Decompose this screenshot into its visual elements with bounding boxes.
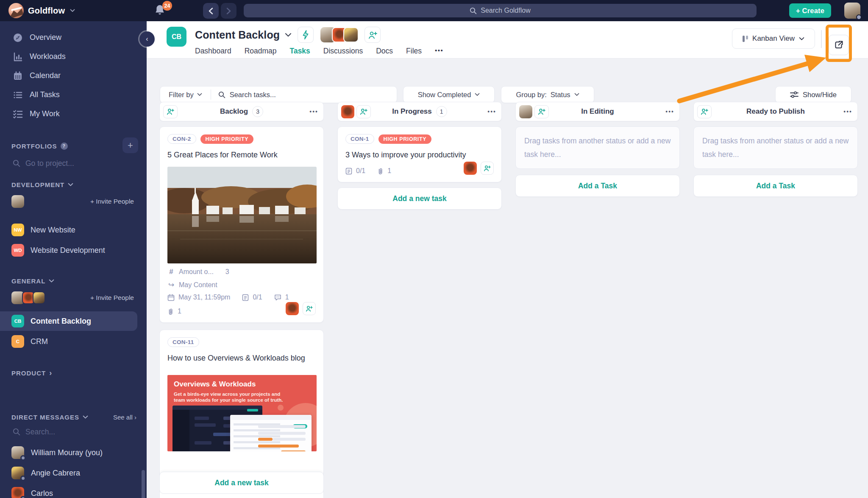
assign-column-button[interactable] [163,105,178,118]
add-new-task-button[interactable]: Add a new task [159,472,324,494]
dm-user-carlos[interactable]: Carlos [0,483,147,498]
chevron-right-icon: › [49,369,52,378]
calendar-icon [13,71,23,81]
avatar[interactable] [33,291,45,304]
workspace-switcher[interactable]: Goldflow [8,3,75,18]
show-completed-dropdown[interactable]: Show Completed [403,86,495,103]
assign-column-button[interactable] [356,105,371,118]
view-switcher-button[interactable]: Kanban View [732,28,815,49]
dm-user-william[interactable]: William Mouray (you) [0,442,147,463]
project-name: Website Development [31,246,105,255]
portfolios-header: PORTFOLIOS ? + [0,138,147,154]
sidebar-project-website-development[interactable]: WD Website Development [0,240,147,260]
product-section-header[interactable]: PRODUCT › [0,367,147,378]
column-assignee-avatar[interactable] [519,105,532,118]
create-button[interactable]: + Create [789,3,831,18]
person-add-icon [360,108,367,115]
chevron-down-icon [475,93,480,96]
sidebar-nav: Overview Workloads Calendar All Tasks [0,21,147,123]
help-icon[interactable]: ? [61,143,68,150]
global-search-input[interactable]: Search Goldflow [244,4,757,17]
sidebar-project-new-website[interactable]: NW New Website [0,220,147,240]
group-by-dropdown[interactable]: Group by: Status [501,86,594,103]
development-members-row: + Invite People [0,194,147,209]
sidebar-collapse-button[interactable]: ‹ [139,31,155,47]
task-card-con-1[interactable]: CON-1 HIGH PRIORITY 3 Ways to improve yo… [337,126,502,182]
project-badge: WD [11,244,24,257]
column-assignee-avatar[interactable] [341,105,354,118]
custom-field-value: 3 [225,268,229,276]
history-back-button[interactable] [203,3,219,19]
avatar[interactable] [11,195,24,208]
sidebar-scrollbar[interactable] [142,470,145,498]
dm-list: William Mouray (you) Angie Cabrera Carlo… [0,442,147,498]
task-card-con-2[interactable]: CON-2 HIGH PRIORITY 5 Great Places for R… [159,126,324,323]
assign-column-button[interactable] [534,105,549,118]
column-menu-button[interactable]: ••• [309,108,318,115]
column-menu-button[interactable]: ••• [665,108,674,115]
add-new-task-button[interactable]: Add a new task [337,187,502,210]
dm-search-input[interactable]: Search... [0,425,147,439]
show-hide-button[interactable]: Show/Hide [775,86,851,103]
attachments-count: 1 [387,167,391,175]
project-search-input[interactable]: Go to project... [0,156,147,171]
comment-icon [274,294,281,301]
person-add-icon [538,108,545,115]
user-avatar[interactable] [844,3,860,19]
assign-task-button[interactable] [481,162,494,175]
column-title: In Progress [392,107,432,116]
assign-column-button[interactable] [697,105,712,118]
dm-user-name: Carlos [31,489,53,498]
add-member-button[interactable] [364,27,381,43]
development-projects: NW New Website WD Website Development [0,220,147,260]
user-status-dot [856,14,862,20]
development-section-header[interactable]: DEVELOPMENT [0,179,147,190]
filter-by-dropdown[interactable]: Filter by [160,91,211,99]
dm-user-name: Angie Cabrera [31,469,80,478]
invite-people-link[interactable]: + Invite People [90,198,134,205]
task-footer-row: 0/1 1 [345,162,494,175]
person-add-icon [701,108,708,115]
sidebar-item-calendar[interactable]: Calendar [0,66,147,85]
portfolios-label: PORTFOLIOS [11,143,57,150]
checklist-icon [13,109,23,119]
person-add-icon [484,165,491,171]
sidebar-project-content-backlog[interactable]: CB Content Backlog [0,311,137,331]
add-a-task-button[interactable]: Add a Task [693,175,858,197]
dm-user-angie[interactable]: Angie Cabrera [0,463,147,483]
sidebar-item-workloads[interactable]: Workloads [0,47,147,66]
sidebar-item-my-work[interactable]: My Work [0,104,147,123]
assignee-avatar[interactable] [286,302,299,315]
project-members-avatars[interactable] [320,27,359,42]
search-icon [470,7,477,14]
task-id-badge: CON-11 [167,337,199,347]
add-portfolio-button[interactable]: + [122,137,138,153]
notifications-bell[interactable]: 24 [154,4,169,19]
general-section-header[interactable]: GENERAL [0,275,147,286]
column-in-editing: In Editing ••• Drag tasks from another s… [515,102,680,498]
search-icon [218,91,225,98]
checklist-progress: 0/1 [356,167,365,175]
chevron-down-icon [83,415,88,419]
direct-messages-header[interactable]: DIRECT MESSAGES See all › [0,411,147,422]
project-badge-large: CB [167,27,186,47]
add-a-task-button[interactable]: Add a Task [515,175,680,197]
see-all-link[interactable]: See all › [113,414,136,421]
sidebar-project-crm[interactable]: C CRM [0,332,147,351]
assignee-avatar[interactable] [464,162,477,175]
assign-task-button[interactable] [303,302,316,315]
history-forward-button[interactable] [221,3,236,19]
sidebar-item-overview[interactable]: Overview [0,28,147,47]
task-search-input[interactable]: Search tasks... [211,91,276,99]
invite-people-link[interactable]: + Invite People [90,294,134,302]
status-dot [20,476,26,481]
chevron-down-icon [574,93,579,96]
drop-placeholder: Drag tasks from another status or add a … [515,126,680,169]
automations-button[interactable] [298,27,314,43]
share-button[interactable] [829,35,849,55]
chevron-down-icon[interactable] [285,33,292,37]
search-icon [13,428,20,436]
column-menu-button[interactable]: ••• [843,108,852,115]
sidebar-item-all-tasks[interactable]: All Tasks [0,85,147,104]
column-menu-button[interactable]: ••• [487,108,496,115]
